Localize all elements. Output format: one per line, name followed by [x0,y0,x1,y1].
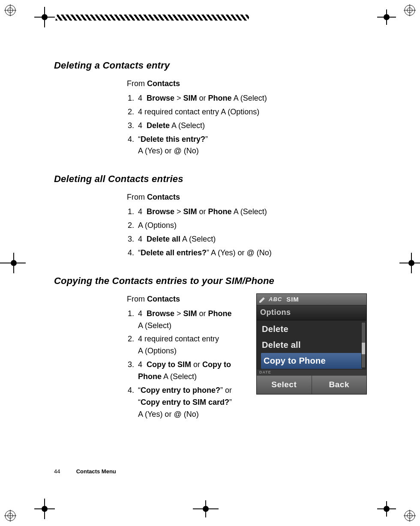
steps-list: 4 Browse > SIM or Phone A (Select) A (Op… [127,206,367,259]
text: (Select) [168,372,197,381]
text: > [174,207,183,216]
section-heading: Deleting all Contacts entries [54,173,367,185]
from-bold: Contacts [147,79,180,88]
text: (Select) [143,321,171,330]
footer-title: Contacts Menu [76,468,116,475]
pencil-icon [259,296,266,303]
crop-mark-icon [34,7,55,27]
status-abc: ABC [269,295,282,304]
bold-text: Browse [147,309,174,318]
bold-text: Browse [147,207,174,216]
text: (Select) [238,94,267,102]
bold-text: Delete [147,121,170,130]
bold-text: SIM [183,94,197,102]
bold-text: Copy entry to SIM card? [141,398,229,406]
nav-key: 4 [138,207,142,216]
from-bold: Contacts [147,193,180,201]
crop-mark-icon [399,253,420,273]
svg-point-33 [203,506,209,512]
crop-mark-icon [189,499,209,519]
phone-status-bar: ABC SIM [257,294,366,305]
text: or [197,94,208,102]
text: (Yes) or [143,146,174,155]
text: (Options) [143,347,177,355]
bold-text: SIM [183,207,197,216]
nav-key: 4 [138,121,142,130]
step-4: “Delete this entry?” A (Yes) or @ (No) [136,134,367,158]
softkey-icon: @ [174,410,181,418]
text: > [174,309,183,318]
bold-text: Delete all entries? [141,248,207,257]
softkey-icon: @ [246,248,254,257]
phone-menu-list: Delete Delete all Copy to Phone [257,320,366,370]
text: ” [207,248,211,257]
from-line: From Contacts [127,78,367,90]
softkey-icon: A [138,410,143,418]
phone-subbar: DATE [257,370,366,376]
softkey-icon: A [170,121,176,130]
phone-menu-item: Delete [261,321,365,337]
registration-mark-icon [404,510,416,522]
header-ornament [55,15,250,21]
text: ” [205,135,208,143]
crop-mark-icon [34,499,55,519]
section-heading: Deleting a Contacts entry [54,60,367,71]
bold-text: Browse [147,94,174,102]
nav-key: 4 [138,235,142,243]
step-3: 4 Delete A (Select) [136,120,367,132]
step-4: “Delete all entries?” A (Yes) or @ (No) [136,247,367,259]
text: ” [229,398,232,406]
nav-key: 4 [138,108,142,116]
text: ” or [220,386,232,394]
from-prefix: From [127,295,147,303]
status-sim: SIM [286,294,299,304]
step-2: A (Options) [136,220,367,232]
nav-key: 4 [138,360,142,369]
softkey-icon: A [180,235,187,243]
bold-text: Delete all [147,235,180,243]
step-1: 4 Browse > SIM or Phone A (Select) [136,206,367,218]
step-1: 4 Browse > SIM or Phone A (Select) [136,93,367,105]
text: or [197,207,208,216]
step-2: 4 required contact entry A (Options) [136,333,247,357]
bold-text: Copy to SIM [147,360,191,369]
nav-key: 4 [138,94,142,102]
step-4: “Copy entry to phone?” or “Copy entry to… [136,385,247,421]
bold-text: SIM [183,309,197,318]
svg-point-27 [408,260,414,266]
softkey-icon: A [138,221,143,230]
crop-mark-icon [369,7,390,27]
bold-text: Phone [208,94,232,102]
steps-list: 4 Browse > SIM or Phone A (Select) 4 req… [127,308,247,421]
text: (No) [182,146,199,155]
section-heading: Copying the Contacts entries to your SIM… [54,275,367,287]
softkey-icon: A [211,248,216,257]
svg-point-18 [42,14,48,20]
phone-menu-item: Delete all [261,337,365,353]
svg-point-21 [384,14,390,20]
phone-scrollbar [361,322,366,368]
registration-mark-icon [4,4,16,16]
text: (Options) [143,221,177,230]
from-prefix: From [127,193,147,201]
softkey-icon: A [138,347,143,355]
phone-softkey-right: Back [312,376,367,394]
phone-screenshot: ABC SIM Options Delete Delete all Copy t… [256,293,367,394]
from-prefix: From [127,79,147,88]
phone-softkeys: Select Back [257,376,366,394]
registration-mark-icon [404,4,416,16]
svg-point-36 [384,506,390,512]
text: or [197,309,208,318]
step-3: 4 Copy to SIM or Copy to Phone A (Select… [136,359,247,383]
svg-point-24 [11,260,17,266]
page-content: Deleting a Contacts entry From Contacts … [54,60,367,451]
bold-text: Delete this entry? [141,135,205,143]
phone-subbar-left: DATE [259,370,271,376]
steps-list: 4 Browse > SIM or Phone A (Select) 4 req… [127,93,367,157]
softkey-icon: A [138,146,143,155]
step-2: 4 required contact entry A (Options) [136,106,367,118]
page-footer: 44 Contacts Menu [54,468,116,475]
from-line: From Contacts [127,293,247,305]
svg-point-30 [42,506,48,512]
from-bold: Contacts [147,295,180,303]
